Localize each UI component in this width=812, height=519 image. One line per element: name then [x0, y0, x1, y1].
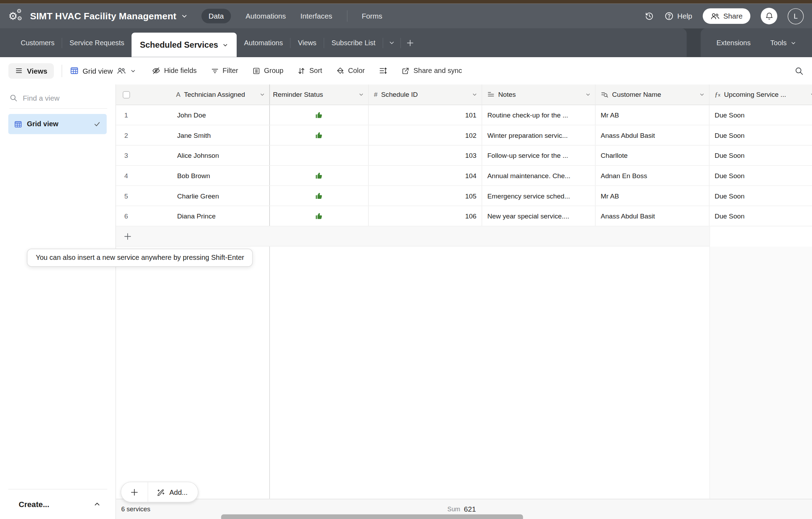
tools-button[interactable]: Tools [770, 39, 797, 47]
column-header-notes[interactable]: Notes [482, 85, 595, 105]
cell-technician[interactable]: Charlie Green [171, 186, 270, 205]
chevron-down-icon[interactable] [472, 92, 478, 97]
view-toolbar: Views Grid view Hide fields Filter Group… [0, 57, 812, 84]
cell-schedule-id[interactable]: 104 [369, 166, 482, 186]
chevron-down-icon[interactable] [259, 92, 265, 97]
sort-icon [297, 67, 306, 75]
extensions-button[interactable]: Extensions [716, 39, 751, 47]
notifications-button[interactable] [761, 8, 777, 24]
chevron-down-icon[interactable] [358, 92, 364, 97]
cell-reminder-status[interactable] [270, 186, 369, 205]
grid-view-icon [70, 66, 79, 75]
sidebar-item-grid-view[interactable]: Grid view [8, 114, 107, 134]
cell-upcoming-service[interactable]: Due Soon [710, 206, 812, 226]
tab-subscribe-list[interactable]: Subscribe List [324, 28, 383, 57]
cell-upcoming-service[interactable]: Due Soon [710, 186, 812, 205]
cell-technician[interactable]: John Doe [171, 105, 270, 125]
tab-scheduled-services[interactable]: Scheduled Services [131, 33, 237, 57]
base-logo-gears-icon[interactable]: ⚙ ⚙ ⚙ [8, 9, 24, 23]
chevron-down-icon[interactable] [699, 92, 705, 97]
chevron-down-icon[interactable] [810, 92, 812, 97]
cell-reminder-status[interactable] [270, 206, 369, 226]
cell-upcoming-service[interactable]: Due Soon [710, 125, 812, 145]
share-button[interactable]: Share [703, 8, 750, 24]
cell-notes[interactable]: Follow-up service for the ... [482, 146, 595, 165]
cell-customer-name[interactable]: Mr AB [596, 105, 710, 125]
color-button[interactable]: Color [336, 67, 365, 75]
column-header-schedule-id[interactable]: # Schedule ID [369, 85, 482, 105]
column-header-technician-assigned[interactable]: A Technician Assigned [171, 85, 270, 105]
row-number: 2 [116, 125, 171, 145]
column-header-customer-name[interactable]: Customer Name [596, 85, 710, 105]
hide-fields-button[interactable]: Hide fields [151, 66, 197, 75]
cell-technician[interactable]: Alice Johnson [171, 146, 270, 165]
cell-upcoming-service[interactable]: Due Soon [710, 146, 812, 165]
nav-automations[interactable]: Automations [245, 12, 286, 20]
create-view-button[interactable]: Create... [0, 490, 115, 519]
user-avatar[interactable]: L [788, 8, 804, 24]
table-row[interactable]: 4 Bob Brown 104 Annual maintenance. Che.… [116, 166, 812, 186]
cell-upcoming-service[interactable]: Due Soon [710, 166, 812, 186]
cell-schedule-id[interactable]: 102 [369, 125, 482, 145]
cell-notes[interactable]: Emergency service sched... [482, 186, 595, 205]
column-header-reminder-status[interactable]: Reminder Status [270, 85, 369, 105]
share-and-sync-button[interactable]: Share and sync [401, 67, 462, 75]
table-row[interactable]: 3 Alice Johnson 103 Follow-up service fo… [116, 146, 812, 166]
add-table-icon[interactable] [401, 39, 419, 47]
nav-forms[interactable]: Forms [362, 12, 383, 20]
chevron-down-icon[interactable] [181, 12, 188, 20]
cell-notes[interactable]: Winter preparation servic... [482, 125, 595, 145]
views-sidebar: Find a view Grid view Create... [0, 85, 116, 519]
tab-views[interactable]: Views [291, 28, 324, 57]
search-button[interactable] [794, 66, 804, 75]
base-title[interactable]: SIMT HVAC Facility Management [30, 11, 176, 21]
table-row[interactable]: 2 Jane Smith 102 Winter preparation serv… [116, 125, 812, 146]
views-sidebar-toggle[interactable]: Views [8, 63, 54, 78]
cell-technician[interactable]: Jane Smith [171, 125, 270, 145]
nav-data[interactable]: Data [201, 9, 231, 23]
current-view-button[interactable]: Grid view [70, 66, 136, 75]
cell-reminder-status[interactable] [270, 125, 369, 145]
tab-list-chevron-icon[interactable] [383, 39, 400, 46]
cell-customer-name[interactable]: Charllote [596, 146, 710, 165]
group-button[interactable]: Group [252, 67, 283, 75]
horizontal-scrollbar[interactable] [221, 514, 523, 519]
cell-technician[interactable]: Diana Prince [171, 206, 270, 226]
cell-upcoming-service[interactable]: Due Soon [710, 105, 812, 125]
cell-schedule-id[interactable]: 103 [369, 146, 482, 165]
table-row[interactable]: 6 Diana Prince 106 New year special serv… [116, 206, 812, 227]
history-icon[interactable] [645, 11, 654, 21]
cell-reminder-status[interactable] [270, 146, 369, 165]
nav-interfaces[interactable]: Interfaces [300, 12, 332, 20]
select-all-checkbox[interactable] [123, 91, 130, 98]
cell-customer-name[interactable]: Anass Abdul Basit [596, 125, 710, 145]
cell-notes[interactable]: Annual maintenance. Che... [482, 166, 595, 186]
tab-customers[interactable]: Customers [13, 28, 62, 57]
add-with-ai-button[interactable]: Add... [148, 482, 198, 502]
add-record-row[interactable] [116, 226, 710, 247]
tab-automations[interactable]: Automations [237, 28, 290, 57]
tab-service-requests[interactable]: Service Requests [62, 28, 132, 57]
table-row[interactable]: 1 John Doe 101 Routine check-up for the … [116, 105, 812, 126]
filter-button[interactable]: Filter [211, 67, 238, 75]
row-height-button[interactable] [379, 66, 387, 75]
cell-notes[interactable]: New year special service.... [482, 206, 595, 226]
cell-schedule-id[interactable]: 101 [369, 105, 482, 125]
sort-button[interactable]: Sort [297, 67, 322, 75]
cell-notes[interactable]: Routine check-up for the ... [482, 105, 595, 125]
cell-schedule-id[interactable]: 105 [369, 186, 482, 205]
find-view-input[interactable]: Find a view [9, 94, 107, 109]
table-row[interactable]: 5 Charlie Green 105 Emergency service sc… [116, 186, 812, 206]
cell-customer-name[interactable]: Adnan En Boss [596, 166, 710, 186]
cell-schedule-id[interactable]: 106 [369, 206, 482, 226]
cell-customer-name[interactable]: Anass Abdul Basit [596, 206, 710, 226]
column-header-upcoming-service[interactable]: ƒx Upcoming Service ... [710, 85, 812, 105]
chevron-down-icon[interactable] [585, 92, 591, 97]
cell-reminder-status[interactable] [270, 166, 369, 186]
add-record-button[interactable] [121, 482, 148, 502]
help-button[interactable]: Help [664, 11, 692, 21]
cell-customer-name[interactable]: Mr AB [596, 186, 710, 205]
cell-technician[interactable]: Bob Brown [171, 166, 270, 186]
cell-reminder-status[interactable] [270, 105, 369, 125]
external-link-icon [401, 67, 410, 75]
